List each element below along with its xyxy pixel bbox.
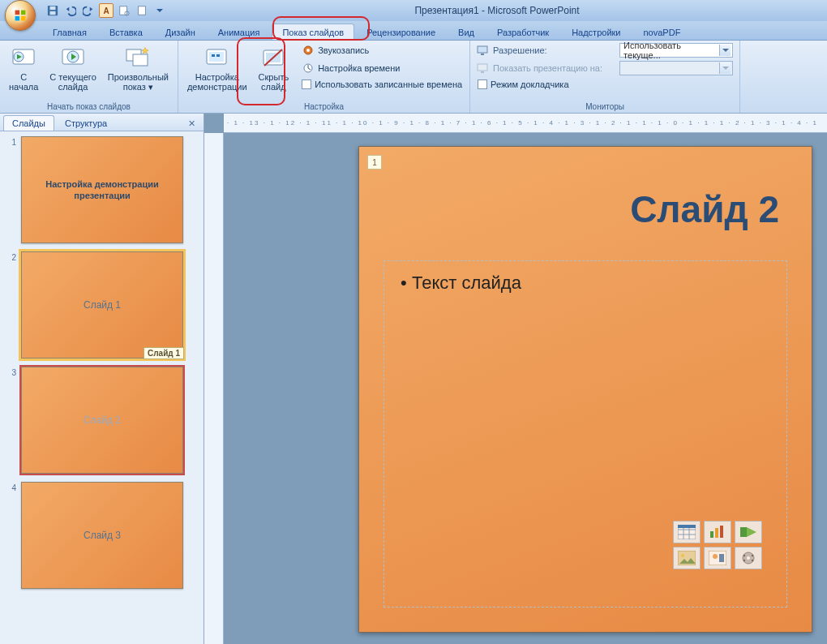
slide-thumbnail[interactable]: Настройка демонстрации презентации (21, 136, 183, 243)
from-current-button[interactable]: С текущего слайда (45, 42, 100, 94)
group-label: Настройка (183, 101, 465, 113)
svg-rect-6 (50, 6, 56, 10)
slide-area: · 1 · 13 · 1 · 12 · 1 · 11 · 1 · 10 · 1 … (204, 114, 827, 644)
placeholder-icons (673, 521, 762, 569)
slide-thumbnail[interactable]: Слайд 1 Слайд 1 (21, 251, 183, 358)
presenter-view-checkbox[interactable]: Режим докладчика (475, 78, 735, 91)
svg-rect-2 (21, 11, 25, 15)
panel-tab-slides[interactable]: Слайды (3, 115, 54, 131)
hide-slide-button[interactable]: Скрыть слайд (255, 42, 294, 94)
group-label: Мониторы (475, 101, 735, 113)
tab-addins[interactable]: Надстройки (561, 24, 631, 40)
svg-point-25 (306, 49, 310, 52)
tab-developer[interactable]: Разработчик (486, 24, 559, 40)
svg-rect-45 (719, 554, 724, 562)
svg-rect-29 (478, 64, 487, 71)
custom-show-button[interactable]: Произвольный показ ▾ (104, 42, 173, 94)
hide-slide-icon (260, 45, 286, 71)
svg-rect-4 (21, 16, 25, 20)
group-monitors: Разрешение: Использовать текуще... Показ… (470, 41, 740, 113)
tab-slideshow[interactable]: Показ слайдов (272, 24, 354, 40)
show-on-row: Показать презентацию на: (475, 60, 735, 76)
rehearse-timings-button[interactable]: Настройка времени (299, 60, 465, 76)
record-narration-button[interactable]: Звукозапись (299, 42, 465, 58)
play-current-icon (60, 45, 86, 71)
office-button[interactable] (5, 0, 36, 31)
insert-clipart-icon[interactable] (704, 547, 731, 569)
svg-point-50 (743, 560, 745, 561)
insert-picture-icon[interactable] (673, 547, 701, 569)
thumb-row[interactable]: 1 Настройка демонстрации презентации (3, 136, 200, 243)
save-button[interactable] (45, 3, 60, 18)
undo-button[interactable] (63, 3, 78, 18)
new-button[interactable] (135, 3, 149, 18)
tab-view[interactable]: Вид (448, 24, 485, 40)
tab-home[interactable]: Главная (42, 24, 97, 40)
panel-tabs: Слайды Структура ✕ (0, 114, 204, 131)
svg-rect-10 (139, 6, 146, 15)
content-placeholder[interactable]: •Текст слайда (384, 260, 787, 608)
resolution-row: Разрешение: Использовать текуще... (475, 42, 735, 58)
svg-rect-20 (216, 54, 220, 57)
svg-rect-1 (15, 11, 19, 15)
monitor-icon (477, 45, 488, 56)
tab-review[interactable]: Рецензирование (356, 24, 446, 40)
tab-design[interactable]: Дизайн (155, 24, 206, 40)
qat-customize-button[interactable] (152, 3, 167, 18)
panel-close-button[interactable]: ✕ (185, 117, 199, 131)
svg-point-44 (713, 554, 718, 559)
custom-show-icon (125, 45, 151, 71)
slide-thumbnail[interactable]: Слайд 3 (21, 482, 183, 589)
tooltip: Слайд 1 (144, 347, 184, 359)
thumbnails-list[interactable]: 1 Настройка демонстрации презентации 2 С… (0, 131, 204, 644)
svg-point-47 (747, 556, 750, 560)
group-start-slideshow: С начала С текущего слайда Произвольный … (0, 41, 178, 113)
svg-rect-27 (478, 46, 487, 53)
body-text[interactable]: •Текст слайда (384, 261, 786, 305)
svg-point-49 (752, 555, 753, 556)
tab-novapdf[interactable]: novaPDF (633, 24, 692, 40)
workspace: Слайды Структура ✕ 1 Настройка демонстра… (0, 114, 827, 644)
use-timings-checkbox[interactable]: Использовать записанные времена (299, 78, 465, 91)
slides-panel: Слайды Структура ✕ 1 Настройка демонстра… (0, 114, 204, 644)
insert-table-icon[interactable] (673, 521, 701, 543)
redo-button[interactable] (81, 3, 96, 18)
svg-rect-8 (120, 6, 127, 15)
insert-media-icon[interactable] (735, 547, 762, 569)
svg-rect-3 (15, 16, 19, 20)
slide-canvas[interactable]: 1 Слайд 2 •Текст слайда (358, 146, 812, 633)
svg-rect-40 (740, 527, 747, 537)
checkbox-icon (302, 79, 311, 89)
ribbon-tabs: Главная Вставка Дизайн Анимация Показ сл… (0, 21, 827, 41)
ribbon: С начала С текущего слайда Произвольный … (0, 41, 827, 114)
thumb-row[interactable]: 4 Слайд 3 (3, 482, 200, 589)
tab-animation[interactable]: Анимация (208, 24, 271, 40)
panel-tab-outline[interactable]: Структура (56, 115, 116, 131)
slide-thumbnail[interactable]: Слайд 2 (21, 367, 183, 474)
slide-title[interactable]: Слайд 2 (630, 187, 779, 231)
from-beginning-button[interactable]: С начала (5, 42, 42, 94)
group-label: Начать показ слайдов (5, 101, 173, 113)
setup-slideshow-button[interactable]: Настройка демонстрации (183, 42, 251, 94)
svg-point-42 (681, 554, 684, 557)
svg-rect-37 (710, 531, 713, 538)
thumb-row[interactable]: 2 Слайд 1 Слайд 1 (3, 251, 200, 358)
horizontal-ruler: · 1 · 13 · 1 · 12 · 1 · 11 · 1 · 10 · 1 … (224, 114, 827, 133)
insert-smartart-icon[interactable] (735, 521, 762, 543)
resolution-combo[interactable]: Использовать текуще... (619, 43, 733, 58)
title-bar: A Презентация1 - Microsoft PowerPoint (0, 0, 827, 21)
thumb-row[interactable]: 3 Слайд 2 (3, 367, 200, 474)
show-on-combo (619, 61, 733, 75)
svg-point-51 (752, 560, 753, 561)
monitor-icon (477, 62, 488, 74)
chevron-down-icon (719, 45, 731, 56)
microphone-icon (302, 44, 315, 57)
qat-item-a[interactable]: A (99, 3, 114, 18)
svg-rect-28 (481, 54, 484, 55)
insert-chart-icon[interactable] (704, 521, 731, 543)
tab-insert[interactable]: Вставка (99, 24, 153, 40)
slide-number-badge: 1 (367, 155, 382, 170)
print-preview-button[interactable] (117, 3, 131, 18)
vertical-ruler (204, 133, 224, 644)
clock-icon (302, 62, 315, 75)
